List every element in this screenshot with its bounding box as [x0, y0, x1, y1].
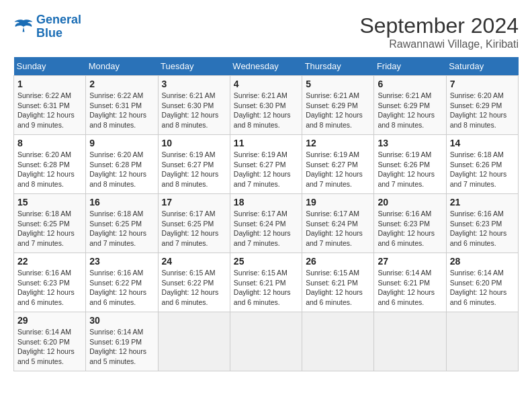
- day-number: 5: [306, 79, 370, 89]
- day-info: Sunrise: 6:21 AM Sunset: 6:29 PM Dayligh…: [378, 91, 442, 130]
- table-row: 13 Sunrise: 6:19 AM Sunset: 6:26 PM Dayl…: [374, 135, 446, 194]
- day-info: Sunrise: 6:19 AM Sunset: 6:26 PM Dayligh…: [378, 150, 442, 189]
- day-number: 27: [378, 256, 442, 267]
- table-row: 12 Sunrise: 6:19 AM Sunset: 6:27 PM Dayl…: [302, 135, 374, 194]
- calendar-row: 15 Sunrise: 6:18 AM Sunset: 6:25 PM Dayl…: [14, 194, 519, 253]
- day-number: 4: [234, 79, 298, 89]
- table-row: 14 Sunrise: 6:18 AM Sunset: 6:26 PM Dayl…: [446, 135, 518, 194]
- table-row: 25 Sunrise: 6:15 AM Sunset: 6:21 PM Dayl…: [230, 253, 302, 312]
- table-row: 19 Sunrise: 6:17 AM Sunset: 6:24 PM Dayl…: [302, 194, 374, 253]
- day-number: 23: [89, 256, 154, 267]
- table-row: 6 Sunrise: 6:21 AM Sunset: 6:29 PM Dayli…: [374, 76, 446, 135]
- logo: General Blue: [13, 13, 81, 40]
- title-section: September 2024 Rawannawi Village, Kiriba…: [359, 13, 519, 50]
- day-info: Sunrise: 6:21 AM Sunset: 6:30 PM Dayligh…: [162, 91, 226, 130]
- logo-text: General Blue: [36, 13, 81, 40]
- calendar-row: 8 Sunrise: 6:20 AM Sunset: 6:28 PM Dayli…: [14, 135, 519, 194]
- table-row: 21 Sunrise: 6:16 AM Sunset: 6:23 PM Dayl…: [446, 194, 518, 253]
- table-row: 10 Sunrise: 6:19 AM Sunset: 6:27 PM Dayl…: [158, 135, 230, 194]
- day-info: Sunrise: 6:15 AM Sunset: 6:22 PM Dayligh…: [162, 268, 226, 308]
- day-number: 13: [378, 138, 442, 148]
- table-row: 15 Sunrise: 6:18 AM Sunset: 6:25 PM Dayl…: [14, 194, 86, 253]
- day-number: 9: [89, 138, 154, 148]
- table-row: [230, 312, 302, 371]
- day-number: 28: [450, 256, 515, 267]
- header-friday: Friday: [374, 57, 446, 76]
- table-row: [158, 312, 230, 371]
- day-info: Sunrise: 6:16 AM Sunset: 6:22 PM Dayligh…: [89, 268, 154, 308]
- day-info: Sunrise: 6:22 AM Sunset: 6:31 PM Dayligh…: [17, 91, 82, 130]
- table-row: 29 Sunrise: 6:14 AM Sunset: 6:20 PM Dayl…: [14, 312, 86, 371]
- logo-bird-icon: [13, 17, 34, 36]
- table-row: 20 Sunrise: 6:16 AM Sunset: 6:23 PM Dayl…: [374, 194, 446, 253]
- day-number: 10: [162, 138, 226, 148]
- day-info: Sunrise: 6:21 AM Sunset: 6:29 PM Dayligh…: [306, 91, 370, 130]
- day-info: Sunrise: 6:16 AM Sunset: 6:23 PM Dayligh…: [17, 268, 82, 308]
- day-info: Sunrise: 6:14 AM Sunset: 6:19 PM Dayligh…: [89, 327, 154, 367]
- table-row: 4 Sunrise: 6:21 AM Sunset: 6:30 PM Dayli…: [230, 76, 302, 135]
- day-info: Sunrise: 6:15 AM Sunset: 6:21 PM Dayligh…: [306, 268, 370, 308]
- logo-line2: Blue: [36, 26, 62, 40]
- day-info: Sunrise: 6:17 AM Sunset: 6:24 PM Dayligh…: [306, 209, 370, 248]
- table-row: 16 Sunrise: 6:18 AM Sunset: 6:25 PM Dayl…: [86, 194, 158, 253]
- day-info: Sunrise: 6:14 AM Sunset: 6:21 PM Dayligh…: [378, 268, 442, 308]
- table-row: 26 Sunrise: 6:15 AM Sunset: 6:21 PM Dayl…: [302, 253, 374, 312]
- day-info: Sunrise: 6:20 AM Sunset: 6:29 PM Dayligh…: [450, 91, 515, 130]
- header-monday: Monday: [86, 57, 158, 76]
- day-info: Sunrise: 6:14 AM Sunset: 6:20 PM Dayligh…: [450, 268, 515, 308]
- table-row: [302, 312, 374, 371]
- day-info: Sunrise: 6:17 AM Sunset: 6:24 PM Dayligh…: [234, 209, 298, 248]
- day-number: 30: [89, 315, 154, 326]
- calendar-header-row: Sunday Monday Tuesday Wednesday Thursday…: [14, 57, 519, 76]
- day-number: 24: [162, 256, 226, 267]
- header-sunday: Sunday: [14, 57, 86, 76]
- day-number: 16: [89, 197, 154, 208]
- table-row: 5 Sunrise: 6:21 AM Sunset: 6:29 PM Dayli…: [302, 76, 374, 135]
- table-row: 1 Sunrise: 6:22 AM Sunset: 6:31 PM Dayli…: [14, 76, 86, 135]
- table-row: 8 Sunrise: 6:20 AM Sunset: 6:28 PM Dayli…: [14, 135, 86, 194]
- header-tuesday: Tuesday: [158, 57, 230, 76]
- calendar-row: 29 Sunrise: 6:14 AM Sunset: 6:20 PM Dayl…: [14, 312, 519, 371]
- table-row: 11 Sunrise: 6:19 AM Sunset: 6:27 PM Dayl…: [230, 135, 302, 194]
- table-row: 30 Sunrise: 6:14 AM Sunset: 6:19 PM Dayl…: [86, 312, 158, 371]
- day-info: Sunrise: 6:16 AM Sunset: 6:23 PM Dayligh…: [450, 209, 515, 248]
- table-row: 17 Sunrise: 6:17 AM Sunset: 6:25 PM Dayl…: [158, 194, 230, 253]
- day-number: 8: [17, 138, 82, 148]
- table-row: 22 Sunrise: 6:16 AM Sunset: 6:23 PM Dayl…: [14, 253, 86, 312]
- day-number: 14: [450, 138, 515, 148]
- logo-line1: General: [36, 13, 81, 26]
- day-info: Sunrise: 6:20 AM Sunset: 6:28 PM Dayligh…: [89, 150, 154, 189]
- day-number: 17: [162, 197, 226, 208]
- table-row: [446, 312, 518, 371]
- month-title: September 2024: [359, 13, 519, 38]
- day-number: 6: [378, 79, 442, 89]
- day-number: 29: [17, 315, 82, 326]
- day-info: Sunrise: 6:19 AM Sunset: 6:27 PM Dayligh…: [306, 150, 370, 189]
- day-number: 18: [234, 197, 298, 208]
- calendar-row: 22 Sunrise: 6:16 AM Sunset: 6:23 PM Dayl…: [14, 253, 519, 312]
- table-row: 7 Sunrise: 6:20 AM Sunset: 6:29 PM Dayli…: [446, 76, 518, 135]
- day-number: 12: [306, 138, 370, 148]
- day-info: Sunrise: 6:14 AM Sunset: 6:20 PM Dayligh…: [17, 327, 82, 367]
- table-row: 9 Sunrise: 6:20 AM Sunset: 6:28 PM Dayli…: [86, 135, 158, 194]
- day-number: 7: [450, 79, 515, 89]
- day-number: 11: [234, 138, 298, 148]
- day-number: 2: [89, 79, 154, 89]
- table-row: [374, 312, 446, 371]
- table-row: 27 Sunrise: 6:14 AM Sunset: 6:21 PM Dayl…: [374, 253, 446, 312]
- day-info: Sunrise: 6:22 AM Sunset: 6:31 PM Dayligh…: [89, 91, 154, 130]
- day-number: 1: [17, 79, 82, 89]
- day-number: 19: [306, 197, 370, 208]
- day-info: Sunrise: 6:21 AM Sunset: 6:30 PM Dayligh…: [234, 91, 298, 130]
- day-number: 3: [162, 79, 226, 89]
- day-info: Sunrise: 6:15 AM Sunset: 6:21 PM Dayligh…: [234, 268, 298, 308]
- day-info: Sunrise: 6:17 AM Sunset: 6:25 PM Dayligh…: [162, 209, 226, 248]
- table-row: 3 Sunrise: 6:21 AM Sunset: 6:30 PM Dayli…: [158, 76, 230, 135]
- table-row: 18 Sunrise: 6:17 AM Sunset: 6:24 PM Dayl…: [230, 194, 302, 253]
- day-info: Sunrise: 6:18 AM Sunset: 6:26 PM Dayligh…: [450, 150, 515, 189]
- day-info: Sunrise: 6:20 AM Sunset: 6:28 PM Dayligh…: [17, 150, 82, 189]
- day-number: 22: [17, 256, 82, 267]
- day-info: Sunrise: 6:16 AM Sunset: 6:23 PM Dayligh…: [378, 209, 442, 248]
- day-info: Sunrise: 6:18 AM Sunset: 6:25 PM Dayligh…: [89, 209, 154, 248]
- table-row: 2 Sunrise: 6:22 AM Sunset: 6:31 PM Dayli…: [86, 76, 158, 135]
